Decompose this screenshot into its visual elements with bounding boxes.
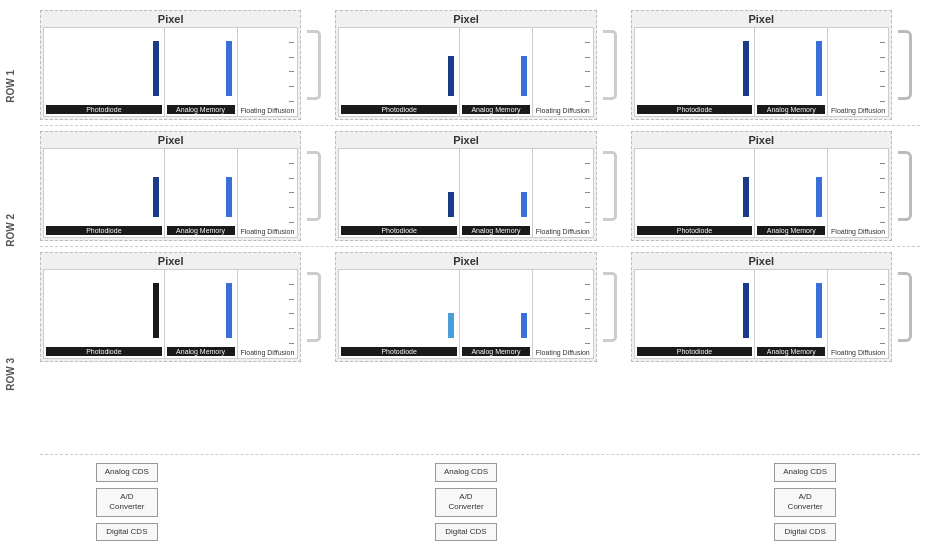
row-bracket-3 <box>898 272 920 342</box>
analog-mem-label-2-3: Analog Memory <box>757 226 825 235</box>
pixel-col-1-1: Pixel Photodiode Analog Memory <box>40 10 301 120</box>
row-bracket-2 <box>898 151 920 221</box>
photodiode-label-2-2: Photodiode <box>341 226 457 235</box>
row-labels: ROW 1 ROW 2 ROW 3 <box>5 10 40 541</box>
main-container: ROW 1 ROW 2 ROW 3 Pixel Photodiode <box>0 0 925 551</box>
blue-bar-analog-2-1 <box>226 177 232 217</box>
pixel-col-1-2: Pixel Photodiode Analog Memory <box>335 10 596 120</box>
analog-mem-2-1: Analog Memory <box>165 149 238 237</box>
ticks-1-2 <box>585 28 593 116</box>
photodiode-2-3: Photodiode <box>635 149 756 237</box>
fd-2-1: Floating Diffusion <box>238 149 298 237</box>
pixel-title-2-2: Pixel <box>338 134 593 146</box>
grid-area: Pixel Photodiode Analog Memory <box>40 10 920 541</box>
fd-2-2: Floating Diffusion <box>533 149 593 237</box>
ad-converter-box-3: A/D Converter <box>774 488 836 517</box>
analog-mem-label-1-3: Analog Memory <box>757 105 825 114</box>
pixel-box-1-3: Pixel Photodiode Analog Memory <box>631 10 892 120</box>
analog-mem-label-3-2: Analog Memory <box>462 347 530 356</box>
pixel-box-3-1: Pixel Photodiode Analog Memory <box>40 252 301 362</box>
photodiode-1-1: Photodiode <box>44 28 165 116</box>
pixel-row-2: Pixel Photodiode Analog Memory <box>40 131 920 241</box>
photodiode-label-3-3: Photodiode <box>637 347 753 356</box>
ad-converter-box-1: A/D Converter <box>96 488 158 517</box>
analog-mem-2-3: Analog Memory <box>755 149 828 237</box>
photodiode-3-2: Photodiode <box>339 270 460 358</box>
pixel-box-2-1: Pixel Photodiode Analog Memory <box>40 131 301 241</box>
analog-mem-label-3-1: Analog Memory <box>167 347 235 356</box>
fd-label-2-1: Floating Diffusion <box>239 228 297 235</box>
photodiode-3-1: Photodiode <box>44 270 165 358</box>
photodiode-2-1: Photodiode <box>44 149 165 237</box>
pixel-row-1: Pixel Photodiode Analog Memory <box>40 10 920 120</box>
bracket-2-2 <box>603 151 625 221</box>
pixel-col-2-2: Pixel Photodiode Analog Memory <box>335 131 596 241</box>
bracket-1-2 <box>603 30 625 100</box>
pixel-inner-3-2: Photodiode Analog Memory <box>338 269 593 359</box>
pixel-box-1-2: Pixel Photodiode Analog Memory <box>335 10 596 120</box>
bottom-col-2: Analog CDS A/D Converter Digital CDS <box>381 463 551 541</box>
pixel-title-3-1: Pixel <box>43 255 298 267</box>
fd-label-1-2: Floating Diffusion <box>534 107 592 114</box>
pixel-title-2-1: Pixel <box>43 134 298 146</box>
analog-mem-3-2: Analog Memory <box>460 270 533 358</box>
fd-label-1-3: Floating Diffusion <box>829 107 887 114</box>
blue-bar-analog-3-1 <box>226 283 232 338</box>
row-label-2: ROW 2 <box>5 214 40 247</box>
digital-cds-box-3: Digital CDS <box>774 523 836 541</box>
analog-mem-label-2-2: Analog Memory <box>462 226 530 235</box>
analog-mem-label-3-3: Analog Memory <box>757 347 825 356</box>
ticks-3-2 <box>585 270 593 358</box>
analog-mem-label-1-2: Analog Memory <box>462 105 530 114</box>
analog-mem-3-3: Analog Memory <box>755 270 828 358</box>
photodiode-1-3: Photodiode <box>635 28 756 116</box>
photodiode-label-1-1: Photodiode <box>46 105 162 114</box>
pixel-col-3-3: Pixel Photodiode Analog Memory <box>631 252 892 362</box>
blue-bar-analog-2-2 <box>521 192 527 217</box>
analog-mem-3-1: Analog Memory <box>165 270 238 358</box>
fd-label-3-2: Floating Diffusion <box>534 349 592 356</box>
pixel-inner-1-3: Photodiode Analog Memory <box>634 27 889 117</box>
pixel-title-3-3: Pixel <box>634 255 889 267</box>
ticks-3-1 <box>289 270 297 358</box>
fd-3-1: Floating Diffusion <box>238 270 298 358</box>
pixel-inner-2-1: Photodiode Analog Memory <box>43 148 298 238</box>
ad-converter-box-2: A/D Converter <box>435 488 497 517</box>
pixel-box-3-3: Pixel Photodiode Analog Memory <box>631 252 892 362</box>
pixel-box-1-1: Pixel Photodiode Analog Memory <box>40 10 301 120</box>
pixel-inner-1-1: Photodiode Analog Memory <box>43 27 298 117</box>
fd-1-3: Floating Diffusion <box>828 28 888 116</box>
pixel-title-1-2: Pixel <box>338 13 593 25</box>
fd-label-2-3: Floating Diffusion <box>829 228 887 235</box>
pixel-inner-3-1: Photodiode Analog Memory <box>43 269 298 359</box>
ticks-2-2 <box>585 149 593 237</box>
pixel-inner-3-3: Photodiode Analog Memory <box>634 269 889 359</box>
pixel-col-3-2: Pixel Photodiode Analog Memory <box>335 252 596 362</box>
fd-3-3: Floating Diffusion <box>828 270 888 358</box>
fd-label-1-1: Floating Diffusion <box>239 107 297 114</box>
blue-bar-photo-2-3 <box>743 177 749 217</box>
separator-bottom <box>40 454 920 455</box>
analog-mem-1-2: Analog Memory <box>460 28 533 116</box>
bracket-3-2 <box>603 272 625 342</box>
analog-mem-label-2-1: Analog Memory <box>167 226 235 235</box>
photodiode-label-2-3: Photodiode <box>637 226 753 235</box>
photodiode-label-2-1: Photodiode <box>46 226 162 235</box>
pixel-box-3-2: Pixel Photodiode Analog Memory <box>335 252 596 362</box>
blue-bar-photo-1-1 <box>153 41 159 96</box>
pixel-inner-2-3: Photodiode Analog Memory <box>634 148 889 238</box>
bottom-col-3: Analog CDS A/D Converter Digital CDS <box>720 463 890 541</box>
separator-2 <box>40 246 920 247</box>
spacer-2 <box>551 463 721 541</box>
pixel-title-1-1: Pixel <box>43 13 298 25</box>
blue-bar-analog-3-2 <box>521 313 527 338</box>
pixel-col-1-3: Pixel Photodiode Analog Memory <box>631 10 892 120</box>
photodiode-1-2: Photodiode <box>339 28 460 116</box>
blue-bar-photo-1-3 <box>743 41 749 96</box>
ticks-3-3 <box>880 270 888 358</box>
pixel-title-3-2: Pixel <box>338 255 593 267</box>
fd-label-2-2: Floating Diffusion <box>534 228 592 235</box>
bracket-2-1 <box>307 151 329 221</box>
pixel-box-2-3: Pixel Photodiode Analog Memory <box>631 131 892 241</box>
analog-cds-box-1: Analog CDS <box>96 463 158 481</box>
